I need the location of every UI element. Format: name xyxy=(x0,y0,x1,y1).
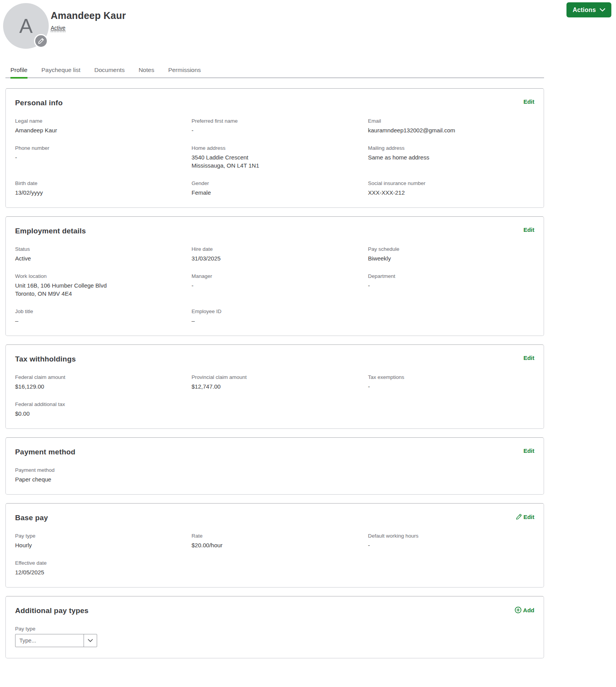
tab-documents[interactable]: Documents xyxy=(94,67,125,77)
field-value: - xyxy=(368,541,534,549)
field-value: Amandeep Kaur xyxy=(15,126,192,134)
actions-button-label: Actions xyxy=(573,7,596,14)
field-value: Paper cheque xyxy=(15,475,192,483)
field-label: Payment method xyxy=(15,467,192,473)
field-value: Female xyxy=(192,188,368,197)
action-label: Edit xyxy=(524,355,534,361)
edit-link-tax-withholdings[interactable]: Edit xyxy=(524,355,534,361)
add-link-additional-pay-types[interactable]: Add xyxy=(515,606,534,613)
section-personal-info: Personal infoEditLegal nameAmandeep Kaur… xyxy=(5,88,544,208)
field-status: StatusActive xyxy=(15,246,192,262)
section-employment-details: Employment detailsEditStatusActiveHire d… xyxy=(5,216,544,336)
field-value: – xyxy=(192,317,368,325)
field-label: Work location xyxy=(15,273,192,279)
field-value: $16,129.00 xyxy=(15,382,192,391)
tab-notes[interactable]: Notes xyxy=(139,67,154,77)
edit-avatar-button[interactable] xyxy=(34,34,48,48)
actions-button[interactable]: Actions xyxy=(566,2,611,17)
field-tax-exemptions: Tax exemptions- xyxy=(368,374,534,391)
field-phone-number: Phone number- xyxy=(15,145,192,170)
field-label: Federal claim amount xyxy=(15,374,192,380)
field-payment-method: Payment methodPaper cheque xyxy=(15,467,192,483)
action-label: Add xyxy=(523,607,534,613)
field-department: Department- xyxy=(368,273,534,298)
field-label: Social insurance number xyxy=(368,180,534,186)
field-label: Birth date xyxy=(15,180,192,186)
field-value: $0.00 xyxy=(15,409,192,418)
edit-link-employment-details[interactable]: Edit xyxy=(524,227,534,233)
field-home-address: Home address3540 Laddie CrescentMississa… xyxy=(192,145,368,170)
section-title-personal-info: Personal info xyxy=(15,99,63,107)
section-base-pay: Base payEditPay typeHourlyRate$20.00/hou… xyxy=(5,503,544,588)
field-value: 3540 Laddie Crescent xyxy=(192,153,368,161)
avatar: A xyxy=(3,3,49,49)
field-label: Department xyxy=(368,273,534,279)
action-label: Edit xyxy=(524,448,534,454)
field-federal-claim-amount: Federal claim amount$16,129.00 xyxy=(15,374,192,391)
field-label: Provincial claim amount xyxy=(192,374,368,380)
section-tax-withholdings: Tax withholdingsEditFederal claim amount… xyxy=(5,344,544,429)
field-value: - xyxy=(368,382,534,391)
field-work-location: Work locationUnit 16B, 106 Humber Colleg… xyxy=(15,273,192,298)
employee-name: Amandeep Kaur xyxy=(51,10,126,21)
edit-link-personal-info[interactable]: Edit xyxy=(524,99,534,105)
section-title-base-pay: Base pay xyxy=(15,514,48,522)
field-label: Pay type xyxy=(15,533,192,539)
field-effective-date: Effective date12/05/2025 xyxy=(15,560,192,576)
pencil-icon xyxy=(515,514,522,520)
field-employee-id: Employee ID– xyxy=(192,308,368,325)
edit-link-payment-method[interactable]: Edit xyxy=(524,448,534,454)
field-default-working-hours: Default working hours- xyxy=(368,533,534,549)
field-value: - xyxy=(15,153,192,161)
pay-type-select[interactable]: Type... xyxy=(15,634,97,647)
action-label: Edit xyxy=(524,99,534,105)
field-value: 13/02/yyyy xyxy=(15,188,192,197)
pay-type-select-placeholder: Type... xyxy=(15,634,84,647)
field-value: Hourly xyxy=(15,541,192,549)
field-mailing-address: Mailing addressSame as home address xyxy=(368,145,534,170)
field-value: 31/03/2025 xyxy=(192,254,368,262)
card-stack: Personal infoEditLegal nameAmandeep Kaur… xyxy=(5,88,544,658)
section-title-employment-details: Employment details xyxy=(15,227,86,235)
field-value: Active xyxy=(15,254,192,262)
field-value: - xyxy=(192,126,368,134)
field-value: Toronto, ON M9V 4E4 xyxy=(15,290,192,298)
field-label: Tax exemptions xyxy=(368,374,534,380)
field-manager: Manager- xyxy=(192,273,368,298)
field-label: Gender xyxy=(192,180,368,186)
pencil-icon xyxy=(38,38,44,44)
tab-bar: Profile Paycheque list Documents Notes P… xyxy=(5,67,544,78)
section-title-payment-method: Payment method xyxy=(15,448,75,456)
field-value: $12,747.00 xyxy=(192,382,368,391)
section-additional-pay-types: Additional pay typesAddPay typeType... xyxy=(5,596,544,658)
field-federal-additional-tax: Federal additional tax$0.00 xyxy=(15,401,192,418)
field-preferred-first-name: Preferred first name- xyxy=(192,118,368,134)
tab-paycheque-list[interactable]: Paycheque list xyxy=(41,67,80,77)
field-job-title: Job title– xyxy=(15,308,192,325)
field-value: $20.00/hour xyxy=(192,541,368,549)
field-value: kauramndeep132002@gmail.com xyxy=(368,126,534,134)
field-value: – xyxy=(15,317,192,325)
field-label: Effective date xyxy=(15,560,192,566)
field-birth-date: Birth date13/02/yyyy xyxy=(15,180,192,197)
tab-permissions[interactable]: Permissions xyxy=(168,67,201,77)
tab-profile[interactable]: Profile xyxy=(10,67,27,79)
field-pay-schedule: Pay scheduleBiweekly xyxy=(368,246,534,262)
edit-link-base-pay[interactable]: Edit xyxy=(515,514,534,520)
field-value: Mississauga, ON L4T 1N1 xyxy=(192,161,368,170)
field-social-insurance-number: Social insurance numberXXX-XXX-212 xyxy=(368,180,534,197)
field-label: Federal additional tax xyxy=(15,401,192,407)
field-label: Home address xyxy=(192,145,368,151)
field-label: Email xyxy=(368,118,534,124)
field-label: Preferred first name xyxy=(192,118,368,124)
field-label: Job title xyxy=(15,308,192,314)
field-value: 12/05/2025 xyxy=(15,568,192,576)
field-label: Pay schedule xyxy=(368,246,534,252)
field-rate: Rate$20.00/hour xyxy=(192,533,368,549)
action-label: Edit xyxy=(524,514,534,520)
section-title-additional-pay-types: Additional pay types xyxy=(15,606,89,615)
field-email: Emailkauramndeep132002@gmail.com xyxy=(368,118,534,134)
page-header: A Amandeep Kaur Active Actions xyxy=(0,0,616,50)
field-pay-type: Pay typeHourly xyxy=(15,533,192,549)
status-link[interactable]: Active xyxy=(51,25,65,32)
